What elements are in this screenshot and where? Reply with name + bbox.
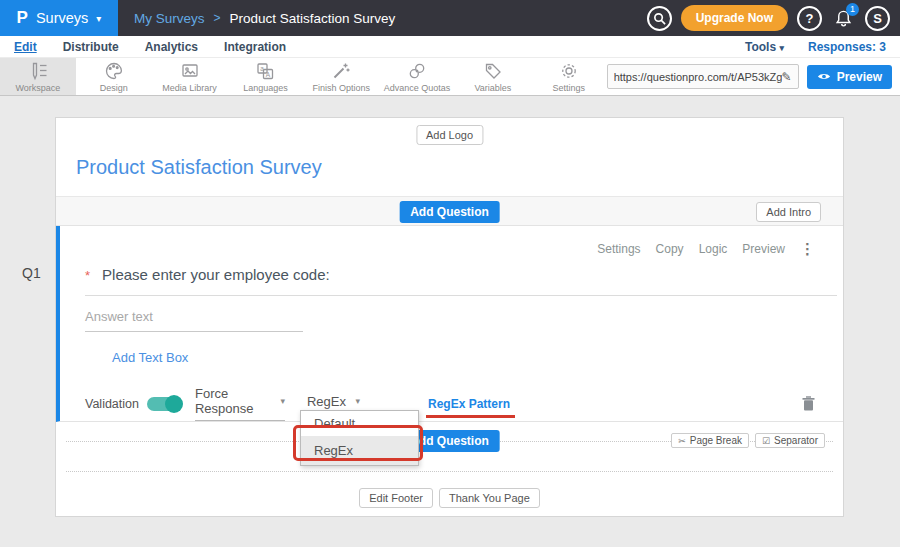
product-menu-label: Surveys bbox=[36, 10, 88, 26]
wand-icon bbox=[331, 61, 351, 81]
edit-url-icon[interactable]: ✎ bbox=[782, 70, 792, 84]
toolbar-label: Languages bbox=[243, 83, 288, 93]
separator-icon: ☑ bbox=[762, 436, 770, 446]
translate-icon: aA bbox=[255, 61, 275, 81]
toolbar-workspace[interactable]: Workspace bbox=[0, 58, 76, 95]
dropdown-option-default[interactable]: Default bbox=[301, 411, 418, 436]
toolbar-label: Variables bbox=[474, 83, 511, 93]
breadcrumb: My Surveys > Product Satisfaction Survey bbox=[134, 11, 395, 26]
add-logo-button[interactable]: Add Logo bbox=[416, 125, 483, 145]
toolbar-label: Workspace bbox=[15, 83, 60, 93]
add-text-box-link[interactable]: Add Text Box bbox=[112, 350, 188, 365]
breadcrumb-separator: > bbox=[214, 11, 221, 25]
toolbar-finish-options[interactable]: Finish Options bbox=[303, 58, 379, 95]
add-question-button[interactable]: Add Question bbox=[399, 201, 500, 223]
tab-integration[interactable]: Integration bbox=[224, 40, 286, 54]
page-break-label: Page Break bbox=[690, 435, 742, 446]
survey-card: Add Logo Product Satisfaction Survey Add… bbox=[55, 117, 844, 517]
chevron-down-icon: ▾ bbox=[280, 396, 285, 406]
validation-type-dropdown: Default RegEx bbox=[300, 410, 419, 466]
thank-you-page-button[interactable]: Thank You Page bbox=[439, 488, 540, 508]
eye-icon bbox=[817, 72, 831, 81]
toolbar-languages[interactable]: aA Languages bbox=[227, 58, 303, 95]
toolbar-label: Finish Options bbox=[312, 83, 370, 93]
toolbar-right: ✎ Preview bbox=[607, 58, 900, 95]
questionpro-logo-icon: P bbox=[17, 8, 28, 28]
edit-footer-button[interactable]: Edit Footer bbox=[359, 488, 433, 508]
preview-button[interactable]: Preview bbox=[807, 65, 892, 89]
footer-row: Edit Footer Thank You Page bbox=[56, 488, 843, 508]
add-question-row: Add Question Add Intro bbox=[56, 197, 843, 226]
product-menu[interactable]: P Surveys ▾ bbox=[0, 0, 118, 36]
image-icon bbox=[180, 61, 200, 81]
svg-text:A: A bbox=[266, 70, 271, 77]
notification-badge: 1 bbox=[846, 3, 859, 16]
tab-edit[interactable]: Edit bbox=[14, 40, 37, 54]
editor-toolbar: Workspace Design Media Library aA Langua… bbox=[0, 58, 900, 96]
force-response-value: Force Response bbox=[195, 386, 280, 416]
validation-toggle[interactable] bbox=[147, 397, 181, 411]
toolbar-variables[interactable]: Variables bbox=[455, 58, 531, 95]
toolbar-label: Design bbox=[100, 83, 128, 93]
question-text-value: Please enter your employee code: bbox=[102, 266, 330, 283]
notifications-button[interactable]: 1 bbox=[831, 6, 856, 31]
survey-url-input[interactable] bbox=[614, 71, 782, 83]
chain-icon bbox=[407, 61, 427, 81]
force-response-select[interactable]: Force Response ▾ bbox=[195, 386, 285, 421]
add-question-row-2: Add Question ✂Page Break ☑Separator bbox=[56, 422, 843, 461]
toolbar-media-library[interactable]: Media Library bbox=[152, 58, 228, 95]
delete-question-button[interactable] bbox=[802, 396, 815, 411]
tag-icon bbox=[483, 61, 503, 81]
tools-menu[interactable]: Tools ▾ bbox=[745, 40, 784, 54]
question-number: Q1 bbox=[22, 265, 41, 281]
question-text[interactable]: *Please enter your employee code: bbox=[85, 266, 837, 296]
tab-distribute[interactable]: Distribute bbox=[63, 40, 119, 54]
toolbar-label: Settings bbox=[552, 83, 585, 93]
breadcrumb-current-survey: Product Satisfaction Survey bbox=[230, 11, 396, 26]
svg-text:a: a bbox=[261, 64, 265, 71]
survey-header-section: Add Logo Product Satisfaction Survey bbox=[56, 118, 843, 197]
more-options-icon[interactable]: ⋮ bbox=[800, 240, 815, 258]
chevron-down-icon: ▾ bbox=[779, 43, 784, 53]
topbar-actions: Upgrade Now ? 1 S bbox=[647, 5, 890, 31]
search-icon bbox=[653, 12, 666, 25]
toggle-knob bbox=[165, 395, 183, 413]
upgrade-now-button[interactable]: Upgrade Now bbox=[681, 5, 788, 31]
help-button[interactable]: ? bbox=[797, 6, 822, 31]
question-logic-link[interactable]: Logic bbox=[699, 242, 728, 256]
validation-label: Validation bbox=[85, 397, 139, 411]
validation-type-value: RegEx bbox=[307, 394, 346, 409]
avatar[interactable]: S bbox=[865, 6, 890, 31]
add-intro-button[interactable]: Add Intro bbox=[756, 202, 821, 222]
separator-button[interactable]: ☑Separator bbox=[755, 433, 825, 448]
survey-url-field[interactable]: ✎ bbox=[607, 64, 799, 89]
toolbar-settings[interactable]: Settings bbox=[531, 58, 607, 95]
chevron-down-icon: ▾ bbox=[96, 13, 101, 24]
survey-nav: Edit Distribute Analytics Integration To… bbox=[0, 36, 900, 58]
breadcrumb-my-surveys[interactable]: My Surveys bbox=[134, 11, 205, 26]
tab-analytics[interactable]: Analytics bbox=[145, 40, 198, 54]
toolbar-design[interactable]: Design bbox=[76, 58, 152, 95]
question-copy-link[interactable]: Copy bbox=[656, 242, 684, 256]
search-button[interactable] bbox=[647, 6, 672, 31]
validation-row: Validation Force Response ▾ RegEx ▾ RegE… bbox=[85, 386, 823, 421]
toolbar-advance-quotas[interactable]: Advance Quotas bbox=[379, 58, 455, 95]
survey-title[interactable]: Product Satisfaction Survey bbox=[76, 156, 322, 179]
survey-editor-screen: P Surveys ▾ My Surveys > Product Satisfa… bbox=[0, 0, 900, 547]
trash-icon bbox=[802, 396, 815, 411]
required-marker: * bbox=[85, 268, 90, 283]
question-preview-link[interactable]: Preview bbox=[742, 242, 785, 256]
page-break-button[interactable]: ✂Page Break bbox=[671, 433, 749, 448]
question-settings-link[interactable]: Settings bbox=[597, 242, 640, 256]
chevron-down-icon: ▾ bbox=[355, 396, 360, 406]
workspace-icon bbox=[28, 61, 48, 81]
responses-link[interactable]: Responses: 3 bbox=[808, 40, 886, 54]
toolbar-label: Advance Quotas bbox=[384, 83, 451, 93]
editor-content: Q1 Add Logo Product Satisfaction Survey … bbox=[0, 96, 900, 547]
regex-pattern-link[interactable]: RegEx Pattern bbox=[428, 397, 510, 411]
question-actions: Settings Copy Logic Preview ⋮ bbox=[597, 240, 815, 258]
answer-text-field[interactable]: Answer text bbox=[85, 309, 303, 332]
dropdown-option-regex[interactable]: RegEx bbox=[301, 436, 418, 465]
toolbar-label: Media Library bbox=[162, 83, 217, 93]
dotted-divider bbox=[66, 471, 833, 472]
